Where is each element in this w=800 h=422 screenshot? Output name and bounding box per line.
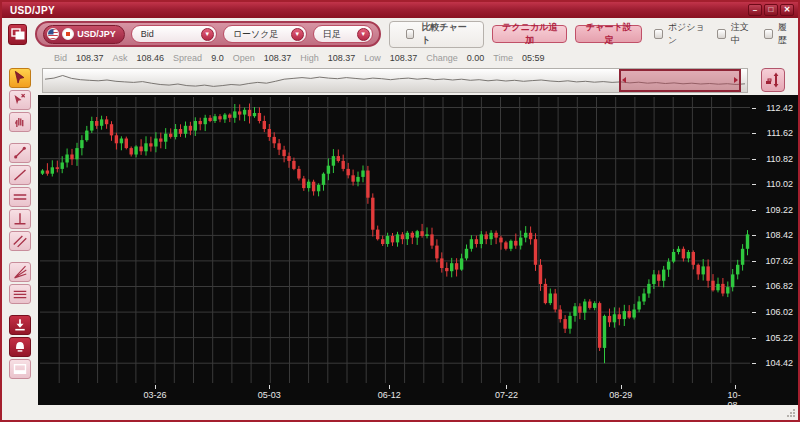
selection-right-arrow-icon bbox=[734, 77, 738, 83]
save-download-icon bbox=[10, 316, 30, 334]
cursor-icon bbox=[10, 69, 30, 87]
price-tick-label: 107.62 bbox=[765, 256, 793, 266]
chart-type-value: ローソク足 bbox=[233, 28, 279, 41]
cursor-delete-tool[interactable] bbox=[9, 90, 31, 110]
status-bar bbox=[2, 405, 798, 420]
app-window: USD/JPY –□✕ USD/JPY Bid▼ローソク足▼日足▼ 比較チャート… bbox=[0, 0, 800, 422]
window-controls: –□✕ bbox=[748, 4, 794, 16]
candlestick-chart[interactable]: 112.42111.62110.82110.02109.22108.42107.… bbox=[38, 95, 798, 405]
display-toggles: ポジション注文中履歴 bbox=[654, 21, 792, 47]
cursor-delete-icon bbox=[10, 91, 30, 109]
date-tick-mark bbox=[389, 385, 390, 389]
date-tick-label: 07-22 bbox=[495, 390, 518, 400]
price-tick-label: 111.62 bbox=[767, 128, 793, 138]
trendline-tool[interactable] bbox=[9, 143, 31, 163]
content: 112.42111.62110.82110.02109.22108.42107.… bbox=[2, 65, 798, 405]
symbol-toolbar-group: USD/JPY Bid▼ローソク足▼日足▼ bbox=[35, 21, 381, 47]
add-technical-button[interactable]: テクニカル追加 bbox=[492, 25, 567, 43]
overview-minimap[interactable] bbox=[42, 68, 748, 93]
parallel-channel-icon bbox=[10, 232, 30, 250]
overview-selection-handle[interactable] bbox=[619, 69, 741, 92]
price-axis[interactable]: 112.42111.62110.82110.02109.22108.42107.… bbox=[752, 97, 798, 385]
quote-label: Ask bbox=[113, 53, 128, 63]
chart-settings-button[interactable]: チャート設定 bbox=[575, 25, 642, 43]
price-tick-mark bbox=[752, 159, 756, 160]
horizontal-lines-icon bbox=[10, 188, 30, 206]
chevron-down-icon: ▼ bbox=[201, 28, 214, 41]
chart-type-dropdown[interactable]: ローソク足▼ bbox=[223, 25, 307, 43]
toolbar: USD/JPY Bid▼ローソク足▼日足▼ 比較チャート テクニカル追加 チャー… bbox=[2, 18, 798, 50]
price-tick-mark bbox=[752, 338, 756, 339]
layout-windows-icon bbox=[11, 28, 25, 40]
compare-chart-checkbox[interactable] bbox=[406, 29, 415, 39]
maximize-button[interactable]: □ bbox=[764, 4, 778, 16]
title-bar: USD/JPY –□✕ bbox=[2, 2, 798, 18]
positions-checkbox[interactable] bbox=[654, 29, 663, 39]
fan-lines-tool[interactable] bbox=[9, 262, 31, 282]
vertical-line-icon bbox=[10, 210, 30, 228]
parallel-channel-tool[interactable] bbox=[9, 231, 31, 251]
alert-bell-tool[interactable] bbox=[9, 337, 31, 357]
dropdown-group: Bid▼ローソク足▼日足▼ bbox=[131, 25, 373, 43]
price-tick-mark bbox=[752, 312, 756, 313]
line-tool[interactable] bbox=[9, 165, 31, 185]
time-axis[interactable]: 03-2605-0306-1207-2208-2910-08 bbox=[40, 385, 750, 405]
layout-windows-button[interactable] bbox=[8, 24, 27, 45]
history-checkbox[interactable] bbox=[764, 29, 772, 39]
date-tick-mark bbox=[269, 385, 270, 389]
quote-label: Change bbox=[426, 53, 458, 63]
price-tick-label: 110.02 bbox=[766, 179, 793, 189]
quote-value: 0.00 bbox=[467, 53, 485, 63]
pan-hand-tool[interactable] bbox=[9, 112, 31, 132]
cursor-tool[interactable] bbox=[9, 68, 31, 88]
resize-grip[interactable] bbox=[786, 408, 796, 418]
date-tick-mark bbox=[506, 385, 507, 389]
price-tick-mark bbox=[752, 133, 756, 134]
screenshot-window-tool[interactable] bbox=[9, 359, 31, 379]
timeframe-dropdown[interactable]: 日足▼ bbox=[313, 25, 373, 43]
quote-label: Spread bbox=[173, 53, 202, 63]
history-toggle[interactable]: 履歴 bbox=[764, 21, 792, 47]
quote-value: 108.37 bbox=[76, 53, 104, 63]
price-tick-label: 105.22 bbox=[765, 333, 793, 343]
quote-value: 108.37 bbox=[390, 53, 418, 63]
price-tick-mark bbox=[752, 261, 756, 262]
compare-chart-toggle[interactable]: 比較チャート bbox=[389, 21, 485, 48]
chevron-down-icon: ▼ bbox=[357, 28, 370, 41]
minimize-button[interactable]: – bbox=[748, 4, 762, 16]
price-side-dropdown[interactable]: Bid▼ bbox=[131, 25, 217, 43]
open-orders-toggle[interactable]: 注文中 bbox=[717, 21, 752, 47]
positions-label: ポジション bbox=[668, 21, 705, 47]
vertical-line-tool[interactable] bbox=[9, 209, 31, 229]
overview-row bbox=[38, 65, 798, 95]
quote-value: 108.37 bbox=[328, 53, 356, 63]
price-tick-mark bbox=[752, 235, 756, 236]
price-tick-label: 104.42 bbox=[765, 358, 793, 368]
trendline-icon bbox=[10, 144, 30, 162]
open-orders-label: 注文中 bbox=[731, 21, 753, 47]
price-tick-label: 110.82 bbox=[766, 154, 793, 164]
quote-label: Low bbox=[364, 53, 381, 63]
date-tick-label: 03-26 bbox=[144, 390, 167, 400]
price-tick-label: 112.42 bbox=[766, 103, 793, 113]
date-tick-label: 05-03 bbox=[258, 390, 281, 400]
price-tick-label: 108.42 bbox=[765, 230, 793, 240]
positions-toggle[interactable]: ポジション bbox=[654, 21, 705, 47]
pan-hand-icon bbox=[10, 113, 30, 131]
currency-pair-label: USD/JPY bbox=[77, 29, 116, 39]
horizontal-lines-tool[interactable] bbox=[9, 187, 31, 207]
scale-adjust-icon bbox=[765, 72, 781, 88]
window-title: USD/JPY bbox=[6, 5, 55, 16]
chart-column: 112.42111.62110.82110.02109.22108.42107.… bbox=[38, 65, 798, 405]
date-tick-label: 06-12 bbox=[378, 390, 401, 400]
open-orders-checkbox[interactable] bbox=[717, 29, 725, 39]
currency-pair-selector[interactable]: USD/JPY bbox=[43, 25, 125, 44]
price-tick-mark bbox=[752, 210, 756, 211]
fibonacci-lines-tool[interactable] bbox=[9, 284, 31, 304]
date-tick-mark bbox=[621, 385, 622, 389]
save-download-tool[interactable] bbox=[9, 315, 31, 335]
line-icon bbox=[10, 166, 30, 184]
us-flag-icon bbox=[47, 28, 59, 40]
close-button[interactable]: ✕ bbox=[780, 4, 794, 16]
scale-adjust-button[interactable] bbox=[761, 68, 785, 92]
